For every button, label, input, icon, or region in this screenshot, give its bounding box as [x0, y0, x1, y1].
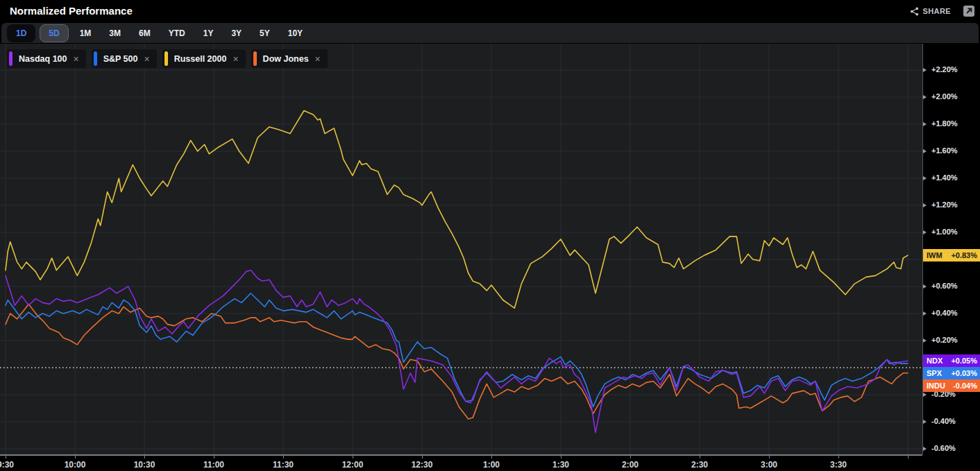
axis-tick-mark — [923, 230, 927, 234]
axis-tick-mark — [923, 311, 927, 316]
axis-tick-mark — [923, 203, 927, 207]
last-value-badge-iwm: IWM+0.83% — [923, 249, 980, 262]
badge-ticker: NDX — [927, 357, 943, 365]
time-axis-label: 2:00 — [622, 460, 639, 470]
legend-chip-label: Nasdaq 100 — [19, 54, 67, 64]
range-tab-1m[interactable]: 1M — [73, 24, 99, 42]
axis-tick-mark — [353, 456, 353, 459]
range-tab-1d[interactable]: 1D — [7, 24, 35, 42]
axis-tick-mark — [923, 420, 927, 424]
time-axis-label: 2:30 — [691, 460, 708, 470]
share-icon — [910, 7, 919, 16]
legend-chip-ndx[interactable]: Nasdaq 100× — [7, 49, 86, 68]
badge-ticker: IWM — [927, 251, 943, 259]
series-color-bar — [164, 51, 168, 66]
percent-axis-label: +1.40% — [931, 173, 958, 182]
range-tab-5y[interactable]: 5Y — [253, 24, 277, 42]
axis-tick-mark — [923, 447, 927, 451]
axis-tick-mark — [923, 339, 927, 343]
legend-chip-spx[interactable]: S&P 500× — [92, 49, 157, 68]
percent-axis-label: +1.00% — [931, 228, 958, 236]
axis-tick-mark — [283, 456, 284, 459]
axis-tick-mark — [908, 456, 909, 459]
badge-change: +0.03% — [951, 369, 977, 377]
axis-tick-mark — [214, 456, 214, 459]
percent-axis: +2.20%+2.00%+1.80%+1.60%+1.40%+1.20%+1.0… — [922, 44, 980, 454]
chart-region: Nasdaq 100×S&P 500×Russell 2000×Dow Jone… — [0, 44, 980, 471]
time-axis-label: 10:00 — [65, 460, 86, 470]
legend-chip-label: Russell 2000 — [174, 54, 227, 64]
time-axis-label: 11:00 — [203, 460, 224, 470]
range-tab-5d[interactable]: 5D — [40, 24, 68, 42]
axis-tick-mark — [700, 456, 700, 459]
badge-ticker: SPX — [927, 369, 942, 377]
axis-tick-mark — [491, 456, 492, 459]
close-icon[interactable]: × — [315, 54, 321, 64]
series-color-bar — [253, 51, 257, 66]
percent-axis-label: +0.20% — [931, 336, 958, 344]
badge-change: -0.04% — [953, 382, 977, 390]
percent-axis-label: +1.20% — [931, 200, 958, 209]
last-value-badge-ndx: NDX+0.05% — [923, 354, 980, 367]
legend-row: Nasdaq 100×S&P 500×Russell 2000×Dow Jone… — [7, 49, 328, 68]
time-axis-label: 9:30 — [0, 460, 14, 470]
time-axis-label: 1:00 — [483, 460, 500, 470]
series-color-bar — [94, 51, 97, 66]
axis-tick-mark — [6, 456, 6, 459]
percent-axis-label: +1.60% — [931, 146, 958, 155]
header-bar: Normalized Performance SHARE — [0, 0, 980, 22]
close-icon[interactable]: × — [73, 54, 78, 64]
legend-chip-label: Dow Jones — [263, 54, 309, 64]
axis-tick-mark — [923, 284, 927, 289]
time-axis-label: 10:30 — [134, 460, 155, 470]
range-tab-10y[interactable]: 10Y — [281, 24, 310, 42]
axis-tick-mark — [923, 176, 927, 180]
popout-arrow-icon — [963, 6, 974, 19]
range-tab-ytd[interactable]: YTD — [162, 24, 192, 42]
axis-tick-mark — [561, 456, 561, 459]
time-axis-label: 3:30 — [830, 460, 847, 470]
time-axis: 9:3010:0010:3011:0011:3012:0012:301:001:… — [0, 454, 922, 471]
legend-chip-indu[interactable]: Dow Jones× — [251, 49, 328, 68]
time-axis-label: 3:00 — [761, 460, 777, 470]
legend-chip-iwm[interactable]: Russell 2000× — [162, 49, 246, 68]
share-button[interactable]: SHARE — [910, 0, 951, 22]
percent-axis-label: -0.60% — [931, 444, 956, 452]
badge-change: +0.83% — [951, 251, 977, 259]
axis-tick-mark — [923, 122, 927, 126]
range-tab-3y[interactable]: 3Y — [224, 24, 248, 42]
time-axis-label: 12:00 — [342, 460, 364, 470]
axis-tick-mark — [769, 456, 770, 459]
close-icon[interactable]: × — [144, 54, 149, 64]
popout-button[interactable] — [963, 6, 974, 17]
axis-tick-mark — [923, 149, 927, 153]
time-axis-label: 12:30 — [412, 460, 433, 470]
axis-tick-mark — [923, 393, 927, 397]
axis-tick-mark — [923, 68, 927, 72]
last-value-badge-indu: INDU-0.04% — [923, 379, 980, 392]
legend-chip-label: S&P 500 — [103, 54, 138, 64]
time-axis-label: 1:30 — [552, 460, 569, 470]
percent-axis-label: +1.80% — [931, 119, 958, 128]
percent-axis-label: +0.60% — [931, 282, 958, 290]
close-icon[interactable]: × — [233, 54, 238, 64]
time-axis-label: 11:30 — [273, 460, 294, 470]
percent-axis-label: +2.00% — [931, 92, 958, 101]
axis-tick-mark — [630, 456, 631, 459]
percent-axis-label: +2.20% — [931, 65, 958, 74]
range-tab-3m[interactable]: 3M — [102, 24, 128, 42]
axis-tick-mark — [422, 456, 423, 459]
percent-axis-label: +0.40% — [931, 309, 958, 317]
badge-ticker: INDU — [927, 382, 945, 390]
range-tabs: 1D5D1M3M6MYTD1Y3Y5Y10Y — [1, 23, 979, 43]
page-title: Normalized Performance — [10, 0, 133, 22]
badge-change: +0.05% — [951, 357, 977, 365]
axis-tick-mark — [144, 456, 145, 459]
axis-tick-mark — [923, 95, 927, 99]
range-tab-6m[interactable]: 6M — [132, 24, 158, 42]
share-label: SHARE — [922, 7, 951, 15]
axis-tick-mark — [75, 456, 76, 459]
last-value-badge-spx: SPX+0.03% — [923, 367, 980, 379]
range-tab-1y[interactable]: 1Y — [196, 24, 221, 42]
performance-chart-plot[interactable] — [0, 44, 922, 454]
